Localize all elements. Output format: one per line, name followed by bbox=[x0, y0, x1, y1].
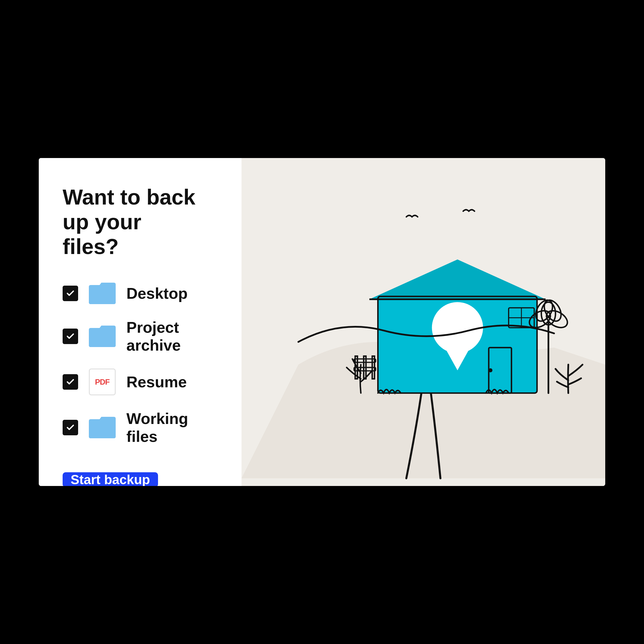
list-item: Project archive bbox=[63, 318, 218, 354]
file-name-desktop: Desktop bbox=[126, 284, 188, 302]
file-list: Desktop Project archive bbox=[63, 283, 218, 445]
file-name-project-archive: Project archive bbox=[126, 318, 218, 354]
right-panel bbox=[241, 158, 605, 486]
screen-wrapper: Want to back up your files? Desktop bbox=[0, 0, 644, 644]
pdf-icon-resume: PDF bbox=[89, 369, 116, 395]
start-backup-button[interactable]: Start backup bbox=[63, 472, 158, 486]
svg-point-11 bbox=[488, 368, 492, 372]
svg-rect-0 bbox=[89, 289, 116, 304]
checkbox-desktop[interactable] bbox=[63, 286, 78, 301]
list-item: Desktop bbox=[63, 283, 218, 304]
checkbox-working-files[interactable] bbox=[63, 420, 78, 435]
file-name-resume: Resume bbox=[126, 373, 187, 391]
folder-icon-working-files bbox=[89, 417, 116, 438]
svg-rect-1 bbox=[89, 332, 116, 347]
checkbox-project-archive[interactable] bbox=[63, 329, 78, 344]
illustration bbox=[241, 158, 605, 486]
left-panel: Want to back up your files? Desktop bbox=[39, 158, 241, 486]
page-title: Want to back up your files? bbox=[63, 185, 218, 259]
folder-icon-desktop bbox=[89, 283, 116, 304]
file-name-working-files: Working files bbox=[126, 410, 218, 445]
folder-icon-project-archive bbox=[89, 326, 116, 347]
list-item: Working files bbox=[63, 410, 218, 445]
svg-rect-2 bbox=[89, 423, 116, 438]
list-item: PDF Resume bbox=[63, 369, 218, 395]
checkbox-resume[interactable] bbox=[63, 374, 78, 390]
card: Want to back up your files? Desktop bbox=[39, 158, 605, 486]
